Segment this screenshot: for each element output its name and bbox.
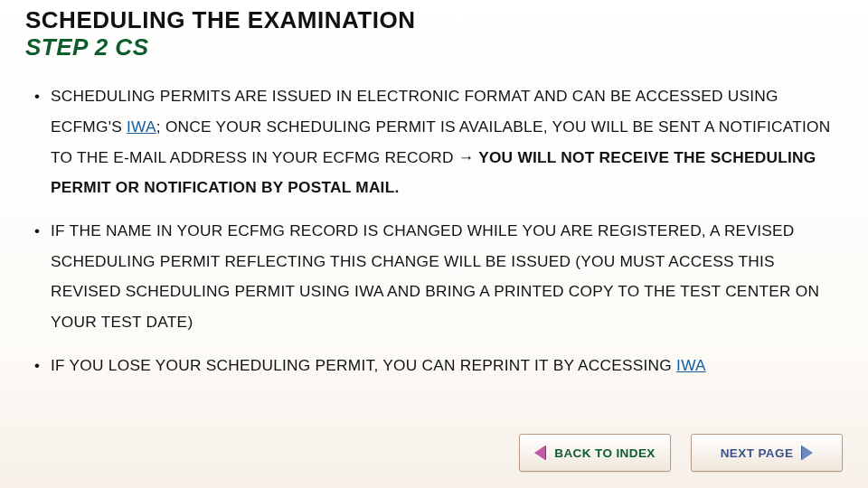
next-label: NEXT PAGE [721, 446, 794, 460]
iwa-link[interactable]: IWA [127, 117, 156, 136]
bullet-item: SCHEDULING PERMITS ARE ISSUED IN ELECTRO… [31, 81, 837, 203]
chevron-left-icon [534, 446, 545, 460]
chevron-right-icon [802, 446, 813, 460]
slide: SCHEDULING THE EXAMINATION STEP 2 CS SCH… [0, 0, 868, 488]
bullet-item: IF THE NAME IN YOUR ECFMG RECORD IS CHAN… [31, 216, 837, 338]
slide-subtitle: STEP 2 CS [25, 33, 843, 61]
bullet-text: IF YOU LOSE YOUR SCHEDULING PERMIT, YOU … [51, 356, 676, 374]
next-page-button[interactable]: NEXT PAGE [691, 434, 843, 472]
iwa-link[interactable]: IWA [676, 356, 706, 374]
bullet-list: SCHEDULING PERMITS ARE ISSUED IN ELECTRO… [25, 81, 843, 380]
nav-bar: BACK TO INDEX NEXT PAGE [519, 434, 843, 472]
arrow-icon: → [458, 148, 475, 166]
back-to-index-button[interactable]: BACK TO INDEX [519, 434, 671, 472]
slide-title: SCHEDULING THE EXAMINATION [25, 7, 843, 33]
back-label: BACK TO INDEX [554, 446, 655, 460]
bullet-item: IF YOU LOSE YOUR SCHEDULING PERMIT, YOU … [31, 351, 837, 381]
bullet-text: IF THE NAME IN YOUR ECFMG RECORD IS CHAN… [51, 221, 819, 331]
